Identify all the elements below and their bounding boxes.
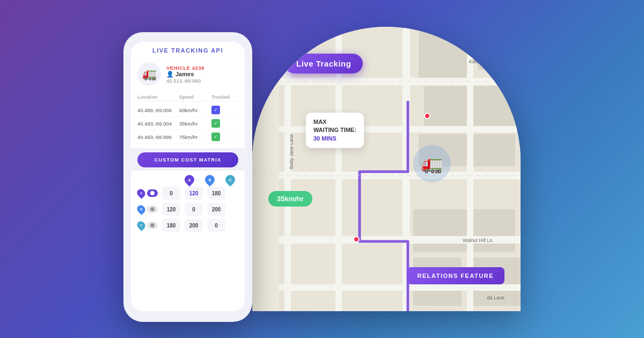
svg-rect-14 — [252, 284, 521, 291]
cell-a1[interactable]: 120 — [185, 187, 203, 200]
vehicle-info-section: 🚛 VEHICLE 4236 👤 James 40.513,-88.980 — [131, 58, 245, 90]
cell-a0[interactable]: 0 — [162, 187, 180, 200]
pin-c: C — [223, 173, 237, 186]
relations-badge: RELATIONS FEATURE — [407, 267, 504, 284]
vehicle-details: VEHICLE 4236 👤 James 40.513,-88.980 — [166, 65, 204, 84]
waiting-label2: WAITING TIME: — [313, 126, 356, 134]
cell-a2[interactable]: 180 — [207, 187, 225, 200]
matrix-pin-headers: A B C — [137, 175, 238, 185]
truck-map-icon: 🚛 — [413, 145, 451, 182]
waiting-time-popup: MAX WAITING TIME: 30 MINS — [306, 113, 364, 148]
col-tracked: Tracked — [211, 94, 238, 100]
eye-button-c[interactable] — [147, 222, 158, 229]
eye-button-a[interactable] — [147, 189, 158, 197]
waiting-label1: MAX — [313, 118, 356, 126]
pin-row-c: C — [135, 219, 147, 231]
matrix-section: A B C A 0 120 180 B 120 — [131, 171, 245, 311]
svg-rect-7 — [413, 209, 515, 252]
person-icon: 👤 — [166, 71, 174, 78]
check-icon: ✓ — [211, 106, 220, 114]
phone-title: LIVE TRACKING API — [137, 47, 238, 54]
svg-rect-10 — [252, 78, 521, 85]
svg-rect-6 — [472, 134, 515, 166]
svg-rect-3 — [424, 86, 467, 129]
cell-c2[interactable]: 0 — [207, 219, 225, 232]
check-icon: ✓ — [211, 119, 220, 128]
phone-header: LIVE TRACKING API — [131, 42, 245, 58]
street-da-lane: da Lane — [487, 295, 504, 300]
check-icon: ✓ — [211, 133, 220, 141]
live-tracking-badge: Live Tracking — [284, 54, 363, 74]
vehicle-coords: 40.513,-88.980 — [166, 78, 204, 84]
table-row: 40.489,-89.006 60km/hr ✓ — [137, 104, 238, 117]
matrix-row-a: A 0 120 180 — [137, 187, 238, 200]
col-location: Location — [137, 94, 179, 100]
map-container: Betty Jane Lane Killion Dr Walnut Hill L… — [252, 27, 521, 311]
scene: LIVE TRACKING API 🚛 VEHICLE 4236 👤 James… — [0, 0, 644, 338]
map-background: Betty Jane Lane Killion Dr Walnut Hill L… — [252, 27, 521, 311]
col-speed: Speed — [179, 94, 211, 100]
pin-b: B — [203, 173, 216, 186]
phone-mockup: LIVE TRACKING API 🚛 VEHICLE 4236 👤 James… — [123, 32, 252, 322]
svg-rect-4 — [472, 86, 515, 129]
cell-b0[interactable]: 120 — [162, 203, 180, 216]
cell-b2[interactable]: 200 — [207, 203, 225, 216]
pin-row-a: A — [135, 187, 147, 199]
vehicle-id: VEHICLE 4236 — [166, 65, 204, 71]
waiting-time-value: 30 MINS — [313, 135, 356, 143]
vehicle-driver: 👤 James — [166, 71, 204, 78]
vehicle-icon: 🚛 — [137, 62, 161, 86]
pin-row-b: B — [135, 203, 147, 215]
waypoint-dot-1 — [424, 113, 430, 119]
svg-rect-11 — [252, 126, 521, 133]
pin-a: A — [182, 173, 196, 186]
tracking-table: Location Speed Tracked 40.489,-89.006 60… — [131, 90, 245, 148]
matrix-row-b: B 120 0 200 — [137, 203, 238, 216]
street-killion: Killion Dr — [469, 59, 488, 64]
waypoint-dot-2 — [353, 236, 360, 243]
matrix-row-c: C 180 200 0 — [137, 219, 238, 232]
truck-circle: 🚛 — [413, 145, 451, 182]
cell-b1[interactable]: 0 — [185, 203, 203, 216]
custom-cost-matrix-button[interactable]: CUSTOM COST MATRIX — [137, 152, 238, 167]
table-row: 40.493,-88.996 75km/hr ✓ — [137, 130, 238, 144]
street-betty-jane: Betty Jane Lane — [289, 134, 294, 169]
table-row: 40.493,-89.004 35km/hr ✓ — [137, 117, 238, 130]
svg-rect-15 — [252, 27, 279, 311]
speed-badge: 35km/hr — [268, 191, 312, 207]
eye-button-b[interactable] — [147, 205, 158, 213]
street-walnut: Walnut Hill Ln. — [463, 238, 494, 243]
table-header: Location Speed Tracked — [137, 93, 238, 101]
svg-rect-1 — [419, 27, 472, 80]
cell-c0[interactable]: 180 — [162, 219, 180, 232]
cell-c1[interactable]: 200 — [185, 219, 203, 232]
